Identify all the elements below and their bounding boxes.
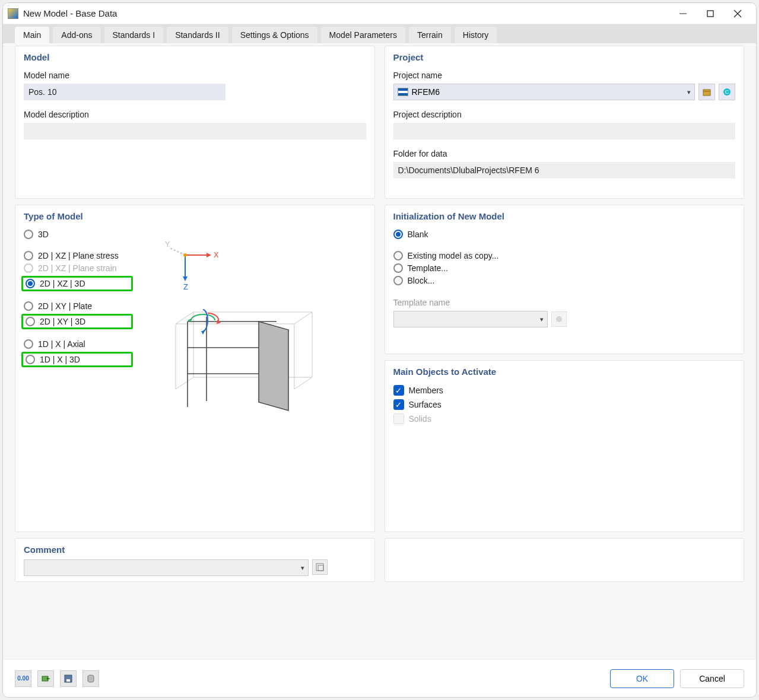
radio-label: 2D | XY | Plate <box>38 301 92 311</box>
radio-template[interactable]: Template... <box>393 263 736 273</box>
minimize-button[interactable] <box>669 4 697 23</box>
radio-3d-label: 3D <box>38 230 49 239</box>
radio-label: Block... <box>408 276 435 285</box>
model-desc-input[interactable] <box>24 123 366 139</box>
box-icon <box>702 87 712 97</box>
initialization-heading: Initialization of New Model <box>393 211 736 221</box>
axis-z-label: Z <box>183 282 188 291</box>
svg-marker-16 <box>201 331 205 335</box>
tab-model-params[interactable]: Model Parameters <box>321 27 405 43</box>
radio-1d-x-3d[interactable]: 1D | X | 3D <box>21 352 133 367</box>
window-title: New Model - Base Data <box>23 8 669 18</box>
radio-2d-xz-plane-stress[interactable]: 2D | XZ | Plane stress <box>24 251 131 260</box>
radio-icon <box>24 230 33 239</box>
database-icon <box>86 674 96 683</box>
chevron-down-icon: ▾ <box>540 316 544 323</box>
initialization-panel: Initialization of New Model Blank Existi… <box>385 205 745 354</box>
project-flag-icon <box>398 88 408 96</box>
model-name-input[interactable] <box>24 84 226 100</box>
svg-marker-14 <box>259 322 288 411</box>
model-name-label: Model name <box>24 71 366 80</box>
cloud-icon <box>555 315 563 323</box>
radio-label: 1D | X | 3D <box>40 355 80 364</box>
radio-label: 2D | XZ | Plane strain <box>38 263 117 273</box>
tab-main[interactable]: Main <box>15 27 49 43</box>
svg-marker-12 <box>183 276 188 281</box>
comment-panel: Comment ▾ <box>15 538 375 582</box>
checkbox-icon <box>393 413 404 424</box>
ok-button[interactable]: OK <box>610 669 674 688</box>
template-name-label: Template name <box>393 298 736 307</box>
folder-input <box>393 162 736 179</box>
chevron-down-icon: ▾ <box>687 88 691 96</box>
model-panel: Model Model name Model description <box>15 46 375 199</box>
cancel-button[interactable]: Cancel <box>680 669 744 688</box>
tool-button-3[interactable] <box>60 670 77 687</box>
tool-button-2[interactable] <box>37 670 54 687</box>
checkbox-solids: Solids <box>393 413 736 424</box>
radio-icon <box>393 276 403 285</box>
close-button[interactable] <box>724 4 751 23</box>
radio-label: 2D | XZ | Plane stress <box>38 251 119 260</box>
titlebar: New Model - Base Data <box>3 3 756 24</box>
comment-library-button[interactable] <box>312 559 328 575</box>
svg-rect-19 <box>316 564 323 571</box>
tab-standards2[interactable]: Standards II <box>167 27 228 43</box>
radio-2d-xy-plate[interactable]: 2D | XY | Plate <box>24 301 131 311</box>
radio-icon <box>393 263 403 273</box>
tab-history[interactable]: History <box>455 27 497 43</box>
model-desc-label: Model description <box>24 110 366 119</box>
radio-icon <box>26 355 35 364</box>
svg-rect-4 <box>703 90 710 96</box>
project-cloud-button[interactable]: C <box>719 84 735 100</box>
radio-icon <box>26 279 35 288</box>
project-panel: Project Project name RFEM6 ▾ C Project d… <box>385 46 745 199</box>
svg-point-13 <box>183 253 187 257</box>
radio-blank[interactable]: Blank <box>393 230 736 239</box>
comment-select[interactable]: ▾ <box>24 559 309 576</box>
cloud-icon: C <box>722 87 732 97</box>
main-objects-heading: Main Objects to Activate <box>393 367 736 377</box>
chevron-down-icon: ▾ <box>301 564 304 572</box>
tool-button-4[interactable] <box>82 670 99 687</box>
checkbox-label: Surfaces <box>409 400 442 409</box>
radio-1d-x-axial[interactable]: 1D | X | Axial <box>24 339 131 349</box>
tab-bar: Main Add-ons Standards I Standards II Se… <box>3 24 756 43</box>
radio-icon <box>24 251 33 260</box>
empty-panel <box>385 538 745 582</box>
box-arrow-icon <box>41 674 50 683</box>
radio-2d-xy-3d[interactable]: 2D | XY | 3D <box>21 314 133 329</box>
radio-2d-xz-plane-strain: 2D | XZ | Plane strain <box>24 263 131 273</box>
radio-icon <box>24 263 33 273</box>
project-name-select[interactable]: RFEM6 ▾ <box>393 84 696 100</box>
radio-icon <box>393 230 403 239</box>
units-button[interactable]: 0.00 <box>15 670 31 687</box>
project-desc-input[interactable] <box>393 123 736 139</box>
radio-label: Blank <box>408 230 428 239</box>
close-icon <box>734 10 741 17</box>
project-name-label: Project name <box>393 71 736 80</box>
radio-2d-xz-3d[interactable]: 2D | XZ | 3D <box>21 276 133 291</box>
radio-icon <box>24 301 33 311</box>
radio-3d[interactable]: 3D <box>24 230 131 239</box>
maximize-button[interactable] <box>697 4 724 23</box>
tab-terrain[interactable]: Terrain <box>409 27 451 43</box>
save-icon <box>63 674 73 683</box>
tab-addons[interactable]: Add-ons <box>53 27 100 43</box>
svg-marker-9 <box>207 253 211 257</box>
checkbox-members[interactable]: ✓ Members <box>393 385 736 396</box>
project-box-button[interactable] <box>698 84 715 100</box>
library-icon <box>315 562 325 572</box>
tab-standards1[interactable]: Standards I <box>104 27 164 43</box>
radio-label: Existing model as copy... <box>408 251 499 260</box>
project-desc-label: Project description <box>393 110 736 119</box>
radio-icon <box>26 317 35 326</box>
radio-block[interactable]: Block... <box>393 276 736 285</box>
checkbox-surfaces[interactable]: ✓ Surfaces <box>393 399 736 410</box>
tab-settings[interactable]: Settings & Options <box>232 27 317 43</box>
minimize-icon <box>679 10 687 17</box>
svg-rect-24 <box>66 679 70 682</box>
radio-existing-copy[interactable]: Existing model as copy... <box>393 251 736 260</box>
axis-x-label: X <box>214 250 219 259</box>
model-heading: Model <box>24 52 366 62</box>
